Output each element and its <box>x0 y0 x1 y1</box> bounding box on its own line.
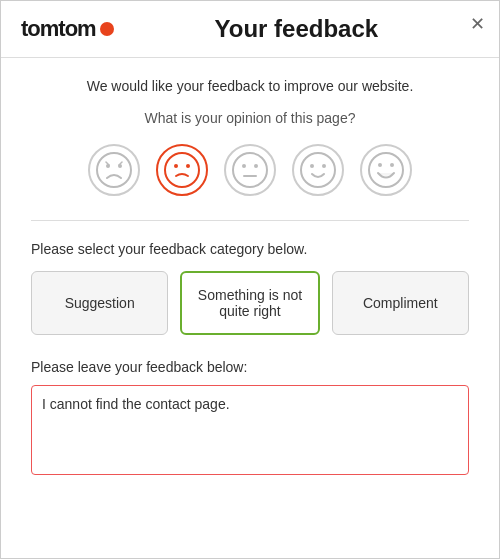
emoji-happy[interactable] <box>292 144 344 196</box>
logo-dot <box>100 22 114 36</box>
svg-point-12 <box>322 164 326 168</box>
svg-point-8 <box>254 164 258 168</box>
svg-point-3 <box>165 153 199 187</box>
logo: tomtom <box>21 16 114 42</box>
svg-point-15 <box>390 163 394 167</box>
feedback-textarea[interactable] <box>31 385 469 475</box>
logo-text: tomtom <box>21 16 96 42</box>
svg-point-11 <box>310 164 314 168</box>
svg-point-13 <box>369 153 403 187</box>
emoji-very-happy[interactable] <box>360 144 412 196</box>
close-button[interactable]: ✕ <box>470 15 485 33</box>
category-something-not-right[interactable]: Something is not quite right <box>180 271 319 335</box>
emoji-rating-row <box>31 144 469 196</box>
category-suggestion[interactable]: Suggestion <box>31 271 168 335</box>
category-row: Suggestion Something is not quite right … <box>31 271 469 335</box>
svg-point-7 <box>242 164 246 168</box>
opinion-question: What is your opinion of this page? <box>31 110 469 126</box>
feedback-prompt: Please leave your feedback below: <box>31 359 469 375</box>
svg-point-6 <box>233 153 267 187</box>
emoji-sad[interactable] <box>156 144 208 196</box>
svg-point-10 <box>301 153 335 187</box>
svg-point-0 <box>97 153 131 187</box>
svg-point-14 <box>378 163 382 167</box>
header: tomtom Your feedback ✕ <box>1 1 499 58</box>
intro-text: We would like your feedback to improve o… <box>31 78 469 94</box>
section-divider <box>31 220 469 221</box>
page-title: Your feedback <box>114 15 479 43</box>
svg-point-5 <box>186 164 190 168</box>
category-prompt: Please select your feedback category bel… <box>31 241 469 257</box>
content-area: We would like your feedback to improve o… <box>1 58 499 499</box>
emoji-neutral[interactable] <box>224 144 276 196</box>
svg-point-4 <box>174 164 178 168</box>
category-compliment[interactable]: Compliment <box>332 271 469 335</box>
emoji-very-sad[interactable] <box>88 144 140 196</box>
